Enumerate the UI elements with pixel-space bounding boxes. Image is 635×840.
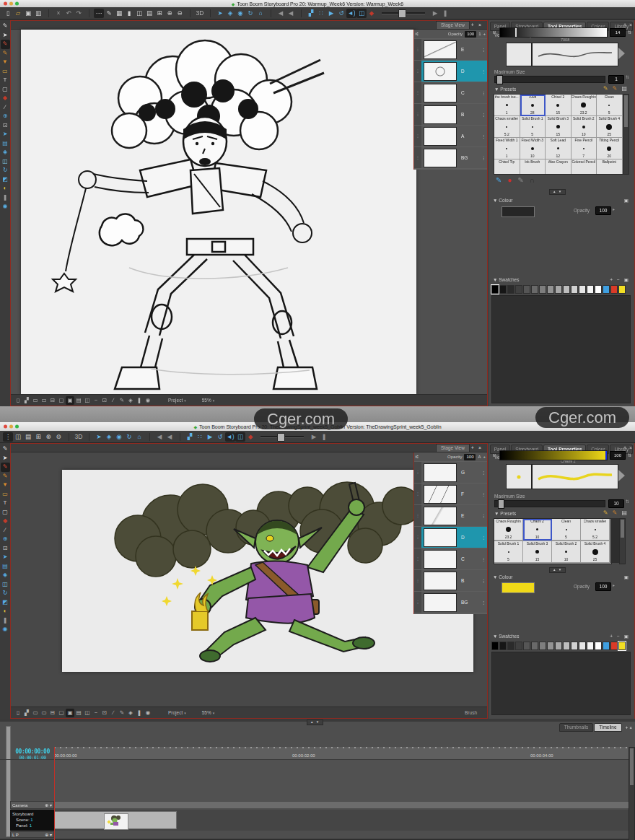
pin-tool-icon[interactable]: ❚ bbox=[1, 616, 10, 626]
layer-menu-icon[interactable] bbox=[481, 578, 487, 583]
colour-swatch[interactable] bbox=[515, 642, 522, 650]
horizontal-splitter[interactable] bbox=[307, 719, 323, 725]
presets-scrollbar[interactable] bbox=[619, 518, 626, 564]
brush-preset[interactable]: Clean 5 bbox=[597, 95, 623, 116]
colour-swatch[interactable] bbox=[507, 285, 514, 294]
layer-menu-icon[interactable] bbox=[481, 556, 487, 561]
add-panel-icon[interactable]: ⊞ bbox=[33, 432, 43, 442]
timeline-empty-tracks[interactable] bbox=[54, 760, 629, 801]
new-panel-icon[interactable]: ▯ bbox=[14, 709, 22, 717]
colour-header[interactable]: ▼ Colour bbox=[493, 198, 512, 203]
move-tool-icon[interactable]: ◈ bbox=[1, 571, 10, 580]
marquee-tool-icon[interactable]: ⊡ bbox=[1, 121, 10, 131]
brush-preset[interactable]: Solid Brush 1 5 bbox=[494, 541, 523, 563]
colour-swatch[interactable] bbox=[603, 285, 610, 294]
colour-swatch[interactable] bbox=[491, 285, 499, 294]
layer-row[interactable]: C bbox=[414, 82, 487, 103]
colour-swatch[interactable] bbox=[531, 642, 538, 650]
reset-view-icon[interactable]: ⌂ bbox=[255, 9, 266, 18]
cutter-tool-icon[interactable]: ✎ bbox=[1, 445, 10, 454]
add-swatch-button[interactable]: + bbox=[610, 634, 613, 639]
swatches-header[interactable]: ▼ Swatches bbox=[493, 634, 519, 639]
brush-preset[interactable]: Solid Brush 2 10 bbox=[572, 116, 597, 138]
layer-row[interactable]: B bbox=[414, 104, 487, 125]
cutter-tool-icon[interactable]: ✎ bbox=[1, 22, 10, 31]
window2-stage-view[interactable]: Stage View + × bbox=[10, 443, 488, 719]
select-nav-icon[interactable]: ➤ bbox=[94, 432, 104, 442]
colour-swatch[interactable] bbox=[555, 285, 562, 294]
play-icon[interactable]: ▶ bbox=[326, 9, 336, 18]
panel-splitter[interactable] bbox=[549, 567, 566, 573]
lp-track-label[interactable]: L P ⊕ ▾ bbox=[10, 831, 54, 838]
layer-thumbnail[interactable] bbox=[424, 572, 457, 590]
swatches-buttons[interactable]: + − ▣ bbox=[610, 634, 629, 639]
layer-label[interactable]: B bbox=[461, 578, 481, 583]
current-frame-icon[interactable]: ▣ bbox=[66, 396, 74, 405]
layer-label[interactable]: BG bbox=[461, 600, 481, 605]
current-frame-icon[interactable]: ▣ bbox=[66, 709, 74, 717]
colour-swatch[interactable] bbox=[595, 642, 602, 650]
prev-frame-icon[interactable]: ◀ bbox=[286, 9, 296, 18]
step-icon[interactable]: ∷ bbox=[195, 432, 205, 442]
zoom-dropdown[interactable]: 55%▾ bbox=[202, 710, 215, 715]
annotate-icon[interactable]: ✎ bbox=[118, 709, 126, 717]
fit-view-icon[interactable]: ⊡ bbox=[100, 709, 109, 717]
colour-swatch[interactable] bbox=[499, 285, 507, 294]
layer-thumbnail[interactable] bbox=[424, 105, 457, 124]
rectangle-tool-icon[interactable]: ▢ bbox=[1, 85, 10, 95]
brush-preset[interactable]: Tilting Pencil 20 bbox=[597, 138, 623, 159]
marker-icon[interactable]: ❚ bbox=[135, 396, 144, 405]
layer-menu-icon[interactable] bbox=[481, 470, 487, 475]
colour-swatch[interactable] bbox=[531, 285, 538, 294]
traffic-lights[interactable] bbox=[4, 2, 19, 6]
layer-tool-icon[interactable]: ▤ bbox=[1, 139, 10, 149]
remove-swatch-button[interactable]: − bbox=[617, 277, 620, 283]
opacity-arrow[interactable]: ▸ bbox=[613, 582, 615, 587]
camera-tool-icon[interactable]: ◫ bbox=[1, 580, 10, 590]
safe-area-icon[interactable]: ▭ bbox=[40, 396, 48, 405]
project-dropdown[interactable]: Project▾ bbox=[168, 710, 186, 715]
max-size-stepper[interactable]: ⇅ bbox=[626, 499, 629, 504]
new-brush-icon[interactable]: ✎ bbox=[603, 509, 608, 516]
brush-preset[interactable]: Ballpoint bbox=[597, 159, 623, 175]
brush-preset[interactable]: Chaos Roughin 23.2 bbox=[572, 95, 597, 116]
brush-preset[interactable]: Solid Brush 4 25 bbox=[597, 116, 623, 138]
slider-marker[interactable] bbox=[515, 28, 517, 37]
presets-scrollbar[interactable] bbox=[623, 94, 629, 175]
swatch-library-area[interactable] bbox=[491, 652, 631, 715]
layer-menu-icon[interactable] bbox=[481, 600, 487, 605]
dock-tab-buttons[interactable]: + × bbox=[623, 22, 633, 27]
zoom-nav-icon[interactable]: ◉ bbox=[114, 432, 124, 442]
rotate-view-tool-icon[interactable]: ↻ bbox=[1, 166, 10, 175]
thumbnails-icon[interactable]: ▤ bbox=[23, 432, 33, 442]
brush-preset[interactable]: Solid Brush 3 15 bbox=[546, 116, 572, 138]
preset-menu-icon[interactable]: ▤ bbox=[621, 509, 627, 516]
layer-row[interactable]: G bbox=[414, 462, 487, 483]
camera-tool-icon[interactable]: ◫ bbox=[1, 157, 10, 167]
panel-layout-icon[interactable]: ◫ bbox=[13, 432, 23, 442]
max-size-slider[interactable] bbox=[494, 76, 605, 83]
layer-label[interactable]: E bbox=[461, 513, 481, 518]
layer-menu-icon[interactable] bbox=[481, 69, 487, 74]
panel-splitter[interactable] bbox=[549, 189, 566, 195]
thumbnails-icon[interactable]: ▤ bbox=[144, 9, 154, 18]
menu-dots-icon[interactable]: ⋮ bbox=[3, 432, 13, 442]
max-size-value[interactable]: 10 bbox=[608, 499, 624, 508]
colour-swatch[interactable] bbox=[579, 642, 586, 650]
line-tool-icon[interactable]: ∕ bbox=[1, 526, 10, 535]
rename-brush-icon[interactable]: ✎ bbox=[613, 85, 618, 92]
transform-icon[interactable]: ◈ bbox=[126, 709, 135, 717]
collapse-icon[interactable]: − bbox=[92, 396, 100, 405]
playbar-icon[interactable]: ▞ bbox=[306, 9, 316, 18]
window2-canvas[interactable] bbox=[62, 470, 473, 672]
max-size-stepper[interactable]: ⇅ bbox=[626, 74, 629, 79]
brush-preset[interactable]: Wax Crayon bbox=[546, 159, 572, 175]
slider-value[interactable]: 14 bbox=[610, 28, 626, 37]
select-nav-icon[interactable]: ➤ bbox=[215, 9, 225, 18]
colour-menu-icon[interactable]: ▣ bbox=[624, 574, 629, 580]
rename-brush-icon[interactable]: ✎ bbox=[613, 509, 618, 516]
brush-preset[interactable]: the brush iso... 1 bbox=[494, 95, 520, 116]
layer-label[interactable]: C bbox=[461, 556, 481, 561]
sound-icon[interactable]: ◄) bbox=[346, 9, 356, 18]
current-colour-swatch[interactable] bbox=[502, 206, 535, 217]
